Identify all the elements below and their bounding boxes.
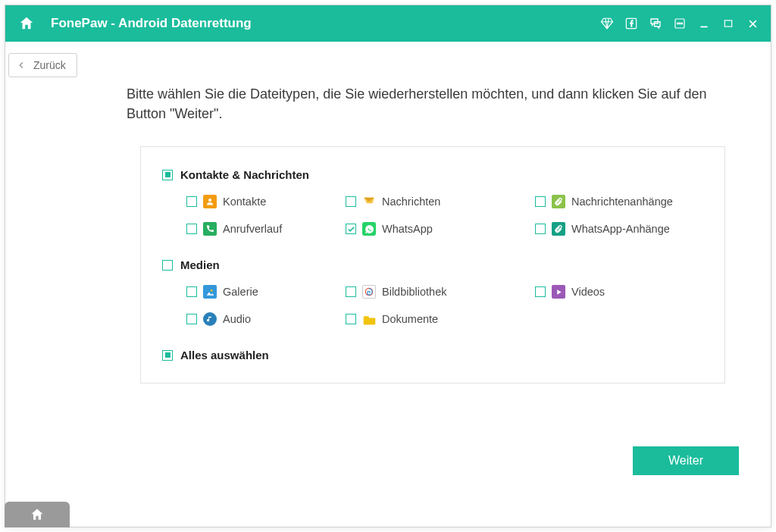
whatsapp-icon	[362, 222, 376, 236]
app-window: FonePaw - Android Datenrettung	[5, 5, 771, 527]
feedback-icon[interactable]	[648, 16, 663, 31]
app-title: FonePaw - Android Datenrettung	[51, 16, 599, 31]
item-nachrichten[interactable]: Nachrichten	[346, 195, 535, 208]
item-label: Dokumente	[382, 313, 438, 325]
svg-point-4	[681, 23, 683, 24]
item-videos[interactable]: Videos	[535, 285, 709, 299]
svg-point-7	[208, 199, 211, 202]
checkbox-audio[interactable]	[186, 314, 197, 324]
message-attachment-icon	[552, 195, 565, 208]
messages-icon	[362, 195, 376, 208]
checkbox-bildbibliothek[interactable]	[346, 286, 356, 297]
item-audio[interactable]: Audio	[186, 312, 346, 326]
documents-icon	[362, 312, 376, 326]
filetype-panel: Kontakte & Nachrichten Kontakte Nachrich…	[140, 146, 725, 383]
premium-icon[interactable]	[599, 16, 615, 31]
checkbox-contacts-header[interactable]	[162, 170, 173, 180]
item-label: Videos	[571, 286, 605, 298]
checkbox-whatsapp[interactable]	[346, 224, 356, 234]
checkbox-dokumente[interactable]	[346, 314, 356, 324]
home-icon	[30, 507, 45, 522]
item-bildbibliothek[interactable]: Bildbibliothek	[346, 285, 535, 299]
section-label: Kontakte & Nachrichten	[180, 168, 309, 181]
checkbox-anrufverlauf[interactable]	[186, 224, 197, 234]
close-button[interactable]	[745, 16, 760, 31]
whatsapp-attachment-icon	[552, 222, 565, 236]
checkbox-whatsapp-anhaenge[interactable]	[535, 224, 546, 234]
item-label: Kontakte	[223, 196, 266, 208]
item-label: WhatsApp-Anhänge	[571, 223, 670, 235]
svg-point-3	[679, 23, 681, 24]
home-button[interactable]	[16, 13, 37, 34]
call-log-icon	[203, 222, 217, 236]
topbar: Zurück	[5, 42, 771, 81]
checkbox-nachrichtenanhaenge[interactable]	[535, 196, 546, 207]
window-controls	[599, 16, 760, 31]
videos-icon	[552, 285, 565, 299]
item-label: Galerie	[223, 286, 258, 298]
select-all-label: Alles auswählen	[180, 349, 269, 361]
minimize-button[interactable]	[696, 16, 712, 31]
section-media: Medien	[162, 258, 703, 271]
menu-icon[interactable]	[672, 16, 687, 31]
image-library-icon	[362, 285, 376, 299]
section-contacts-messages: Kontakte & Nachrichten	[162, 168, 703, 181]
checkbox-select-all[interactable]	[162, 350, 173, 361]
checkbox-media-header[interactable]	[162, 260, 173, 271]
back-label: Zurück	[33, 59, 66, 71]
item-anrufverlauf[interactable]: Anrufverlauf	[186, 222, 346, 236]
svg-point-8	[210, 289, 212, 292]
item-whatsapp-anhaenge[interactable]: WhatsApp-Anhänge	[535, 222, 709, 236]
back-button[interactable]: Zurück	[8, 53, 77, 77]
titlebar: FonePaw - Android Datenrettung	[5, 5, 771, 42]
footer: Weiter	[633, 446, 739, 475]
home-icon	[18, 15, 35, 32]
item-nachrichtenanhaenge[interactable]: Nachrichtenanhänge	[535, 195, 709, 208]
media-grid: Galerie Bildbibliothek Videos	[186, 285, 703, 326]
facebook-icon[interactable]	[624, 16, 639, 31]
item-label: Audio	[223, 313, 251, 325]
item-label: Nachrichtenanhänge	[571, 196, 673, 208]
item-label: Anrufverlauf	[223, 223, 282, 235]
svg-rect-6	[724, 20, 731, 27]
item-label: Bildbibliothek	[382, 286, 446, 298]
item-whatsapp[interactable]: WhatsApp	[346, 222, 535, 236]
instruction-text: Bitte wählen Sie die Dateitypen, die Sie…	[5, 81, 771, 124]
item-galerie[interactable]: Galerie	[186, 285, 346, 299]
checkbox-videos[interactable]	[535, 286, 546, 297]
checkbox-nachrichten[interactable]	[346, 196, 356, 207]
item-dokumente[interactable]: Dokumente	[346, 312, 535, 326]
contacts-icon	[203, 195, 217, 208]
item-kontakte[interactable]: Kontakte	[186, 195, 346, 208]
arrow-left-icon	[15, 60, 27, 70]
select-all-row[interactable]: Alles auswählen	[162, 349, 703, 361]
home-tab[interactable]	[5, 502, 70, 527]
contacts-grid: Kontakte Nachrichten Nachrichtenanhänge	[186, 195, 703, 236]
svg-rect-5	[700, 27, 707, 28]
checkbox-galerie[interactable]	[186, 286, 197, 297]
audio-icon	[203, 312, 217, 326]
item-label: Nachrichten	[382, 196, 440, 208]
svg-point-2	[677, 23, 678, 24]
item-label: WhatsApp	[382, 223, 433, 235]
gallery-icon	[203, 285, 217, 299]
checkbox-kontakte[interactable]	[186, 196, 197, 207]
section-label: Medien	[180, 258, 220, 271]
maximize-button[interactable]	[721, 16, 736, 31]
next-button[interactable]: Weiter	[633, 446, 739, 475]
